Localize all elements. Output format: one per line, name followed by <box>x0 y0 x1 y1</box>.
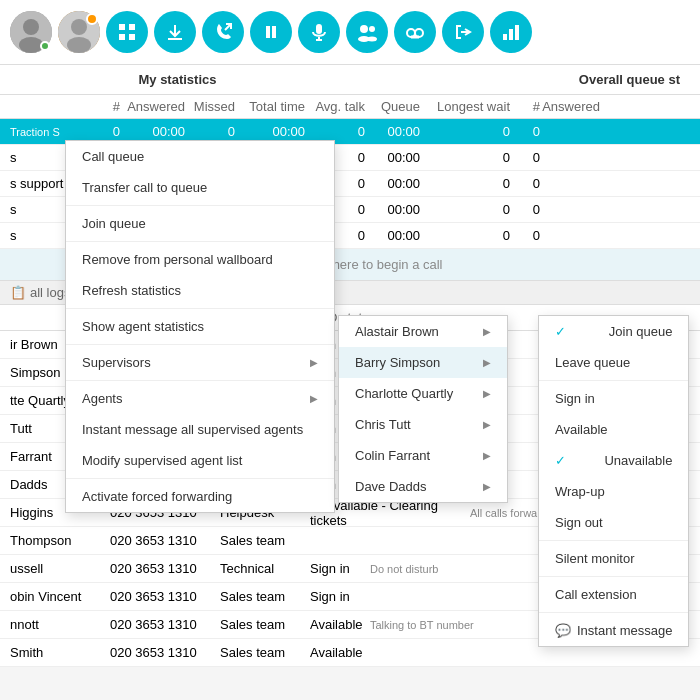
ctx-action-sign-out[interactable]: Sign out <box>539 507 688 538</box>
status-dot <box>40 41 50 51</box>
context-menu: Call queue Transfer call to queue Join q… <box>65 140 335 513</box>
ctx-agent-colin[interactable]: Colin Farrant ▶ <box>339 440 507 471</box>
agent-acd: Available <box>310 645 690 660</box>
svg-point-4 <box>71 19 87 35</box>
svg-point-5 <box>67 37 91 53</box>
ctx-action-sign-in[interactable]: Sign in <box>539 383 688 414</box>
svg-point-17 <box>360 25 368 33</box>
svg-point-1 <box>23 19 39 35</box>
ctx-agent-alastair[interactable]: Alastair Brown ▶ <box>339 316 507 347</box>
col-answered2: Answered <box>540 99 600 114</box>
transfer-icon-btn[interactable] <box>154 11 196 53</box>
agent-name: nnott <box>10 617 110 632</box>
actions-submenu: Join queue Leave queue Sign in Available… <box>538 315 689 647</box>
agent-acd: Available <box>310 617 370 632</box>
ctx-show-agent-stats[interactable]: Show agent statistics <box>66 311 334 342</box>
ctx-modify-agent-list[interactable]: Modify supervised agent list <box>66 445 334 476</box>
ctx-action-instant-message[interactable]: 💬 Instant message <box>539 615 688 646</box>
svg-point-19 <box>369 26 375 32</box>
ctx-action-leave-queue[interactable]: Leave queue <box>539 347 688 378</box>
ctx-divider <box>66 241 334 242</box>
ctx-divider <box>66 344 334 345</box>
phone-active-icon-btn[interactable] <box>202 11 244 53</box>
arrow-icon: ▶ <box>310 357 318 368</box>
grid-icon-btn[interactable] <box>106 11 148 53</box>
logout-icon-btn[interactable] <box>442 11 484 53</box>
ctx-call-queue[interactable]: Call queue <box>66 141 334 172</box>
ctx-agent-chris[interactable]: Chris Tutt ▶ <box>339 409 507 440</box>
ctx-action-wrapup[interactable]: Wrap-up <box>539 476 688 507</box>
voicemail-icon-btn[interactable] <box>394 11 436 53</box>
notification-badge <box>86 13 98 25</box>
logs-icon: 📋 <box>10 285 26 300</box>
arrow-icon: ▶ <box>483 450 491 461</box>
ctx-refresh-stats[interactable]: Refresh statistics <box>66 275 334 306</box>
agent-phone: 020 3653 1310 <box>110 533 220 548</box>
col-queue: Queue <box>365 99 420 114</box>
overall-queue-label: Overall queue st <box>345 72 690 87</box>
ctx-supervisors[interactable]: Supervisors ▶ <box>66 347 334 378</box>
ctx-instant-message-all[interactable]: Instant message all supervised agents <box>66 414 334 445</box>
arrow-icon: ▶ <box>483 326 491 337</box>
ctx-divider <box>66 380 334 381</box>
arrow-icon: ▶ <box>310 393 318 404</box>
ctx-divider <box>539 612 688 613</box>
ctx-join-queue[interactable]: Join queue <box>66 208 334 239</box>
agent-dept: Sales team <box>220 533 310 548</box>
svg-rect-6 <box>119 24 125 30</box>
agent-dept: Technical <box>220 561 310 576</box>
agent-phone: 020 3653 1310 <box>110 617 220 632</box>
ctx-agent-dave[interactable]: Dave Dadds ▶ <box>339 471 507 502</box>
ctx-transfer-call[interactable]: Transfer call to queue <box>66 172 334 203</box>
bar-chart-icon-btn[interactable] <box>490 11 532 53</box>
my-stats-label: My statistics <box>10 72 345 87</box>
avatar[interactable] <box>10 11 52 53</box>
col-hash: # <box>90 99 120 114</box>
svg-point-20 <box>367 37 377 42</box>
ctx-action-silent-monitor[interactable]: Silent monitor <box>539 543 688 574</box>
col-avg-talk: Avg. talk <box>305 99 365 114</box>
agent-extra: Do not disturb <box>370 563 438 575</box>
ctx-action-available[interactable]: Available <box>539 414 688 445</box>
notification-avatar[interactable] <box>58 11 100 53</box>
svg-rect-26 <box>503 34 507 40</box>
toolbar <box>0 0 700 65</box>
ctx-activate-forwarding[interactable]: Activate forced forwarding <box>66 481 334 512</box>
col-longest-wait: Longest wait <box>420 99 510 114</box>
ctx-agents[interactable]: Agents ▶ <box>66 383 334 414</box>
col-answered: Answered <box>120 99 185 114</box>
agent-dept: Sales team <box>220 645 310 660</box>
column-headers: # Answered Missed Total time Avg. talk Q… <box>0 95 700 119</box>
agent-name: Thompson <box>10 533 110 548</box>
users-icon-btn[interactable] <box>346 11 388 53</box>
row-name: Traction S <box>10 126 90 138</box>
agent-name: Smith <box>10 645 110 660</box>
ctx-action-unavailable[interactable]: Unavailable <box>539 445 688 476</box>
ctx-remove-wallboard[interactable]: Remove from personal wallboard <box>66 244 334 275</box>
agent-name: obin Vincent <box>10 589 110 604</box>
ctx-action-join-queue[interactable]: Join queue <box>539 316 688 347</box>
ctx-action-call-extension[interactable]: Call extension <box>539 579 688 610</box>
ctx-agent-charlotte[interactable]: Charlotte Quartly ▶ <box>339 378 507 409</box>
ctx-divider <box>66 205 334 206</box>
ctx-divider <box>66 478 334 479</box>
col-missed: Missed <box>185 99 235 114</box>
agent-dept: Sales team <box>220 589 310 604</box>
pause-icon-btn[interactable] <box>250 11 292 53</box>
agent-extra: Talking to BT number <box>370 619 474 631</box>
svg-rect-8 <box>119 34 125 40</box>
ctx-divider <box>66 308 334 309</box>
ctx-agent-barry[interactable]: Barry Simpson ▶ <box>339 347 507 378</box>
col-total-time: Total time <box>235 99 305 114</box>
agent-acd: Sign in <box>310 561 370 576</box>
svg-rect-27 <box>509 29 513 40</box>
svg-rect-12 <box>266 26 270 38</box>
svg-rect-28 <box>515 25 519 40</box>
arrow-icon: ▶ <box>483 481 491 492</box>
svg-rect-7 <box>129 24 135 30</box>
agent-phone: 020 3653 1310 <box>110 561 220 576</box>
agent-name: ussell <box>10 561 110 576</box>
svg-rect-9 <box>129 34 135 40</box>
arrow-icon: ▶ <box>483 388 491 399</box>
mic-icon-btn[interactable] <box>298 11 340 53</box>
